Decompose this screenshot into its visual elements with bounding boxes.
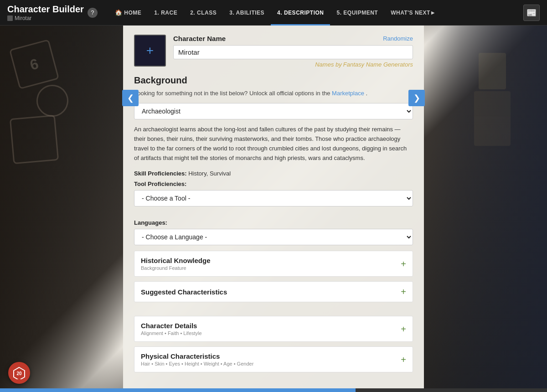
help-button[interactable]: ? [88, 8, 98, 18]
app-subtitle: Mirotar [7, 15, 84, 21]
character-details-section: Character Details Alignment • Faith • Li… [134, 316, 413, 342]
character-details-title: Character Details [141, 322, 202, 330]
marketplace-link[interactable]: Marketplace [332, 90, 364, 97]
skill-proficiencies-row: Skill Proficiencies: History, Survival [134, 170, 413, 177]
historical-knowledge-subtitle: Background Feature [141, 265, 211, 271]
app-title: Character Builder [7, 4, 84, 14]
nav-whatsnext[interactable]: WHAT'S NEXT ▶ [384, 0, 441, 26]
tool-select-wrap: - Choose a Tool - Cartographer's Tools N… [134, 190, 413, 212]
character-details-subtitle: Alignment • Faith • Lifestyle [141, 330, 202, 336]
skill-proficiencies-value: History, Survival [188, 170, 231, 177]
d20-icon: 20 [13, 366, 26, 379]
background-section: Background Looking for something not in … [123, 75, 424, 251]
main-content: + Character Name Randomize Names by Fant… [0, 26, 547, 392]
name-header: Character Name Randomize [173, 35, 413, 42]
historical-knowledge-section: Historical Knowledge Background Feature … [134, 251, 413, 277]
suggested-characteristics-text: Suggested Characteristics [141, 288, 227, 296]
news-button[interactable]: 📰 [523, 5, 540, 21]
physical-characteristics-subtitle: Hair • Skin • Eyes • Height • Weight • A… [141, 361, 253, 366]
historical-knowledge-text: Historical Knowledge Background Feature [141, 257, 211, 271]
suggested-characteristics-header[interactable]: Suggested Characteristics + [134, 282, 413, 302]
nav-race[interactable]: 1. RACE [148, 0, 184, 26]
names-by: Names by Fantasy Name Generators [173, 61, 413, 68]
physical-characteristics-expand-icon: + [401, 355, 406, 364]
nav-equipment[interactable]: 5. EQUIPMENT [330, 0, 384, 26]
physical-characteristics-section: Physical Characteristics Hair • Skin • E… [134, 346, 413, 372]
character-details-header[interactable]: Character Details Alignment • Faith • Li… [134, 316, 413, 341]
historical-knowledge-expand-icon: + [401, 259, 406, 268]
physical-characteristics-title: Physical Characteristics [141, 352, 253, 360]
header-right: 📰 [516, 5, 547, 21]
background-section-wrap: ❮ ❯ Background Looking for something not… [123, 75, 424, 251]
nav-description[interactable]: 4. DESCRIPTION [271, 0, 330, 26]
whatsnext-arrow-icon: ▶ [431, 10, 435, 15]
content-panel: + Character Name Randomize Names by Fant… [123, 26, 424, 392]
home-icon: 🏠 [115, 9, 123, 16]
name-fields: Character Name Randomize Names by Fantas… [173, 35, 413, 68]
svg-text:20: 20 [16, 371, 22, 376]
brand-area: Character Builder Mirotar ? [0, 4, 105, 21]
progress-bar-wrap [0, 388, 547, 392]
nav-class[interactable]: 2. CLASS [184, 0, 223, 26]
suggested-characteristics-expand-icon: + [401, 287, 406, 296]
avatar[interactable]: + [134, 35, 166, 67]
main-nav: 🏠 HOME 1. RACE 2. CLASS 3. ABILITIES 4. … [105, 0, 516, 26]
background-next-button[interactable]: ❯ [408, 90, 425, 106]
app-header: Character Builder Mirotar ? 🏠 HOME 1. RA… [0, 0, 547, 26]
char-icon [7, 15, 13, 21]
physical-characteristics-text: Physical Characteristics Hair • Skin • E… [141, 352, 253, 366]
character-details-expand-icon: + [401, 325, 406, 334]
background-select[interactable]: Archaeologist Acolyte Charlatan Criminal… [134, 103, 413, 119]
suggested-characteristics-title: Suggested Characteristics [141, 288, 227, 296]
nav-home[interactable]: 🏠 HOME [108, 0, 148, 26]
background-prev-button[interactable]: ❮ [122, 90, 139, 106]
marketplace-note: Looking for something not in the list be… [134, 89, 413, 98]
character-details-text: Character Details Alignment • Faith • Li… [141, 322, 202, 336]
tool-proficiencies-label: Tool Proficiencies: [134, 181, 413, 187]
skill-proficiencies-label: Skill Proficiencies: [134, 170, 187, 177]
languages-label: Languages: [134, 219, 413, 226]
d20-button[interactable]: 20 [8, 362, 30, 384]
background-title: Background [134, 75, 413, 86]
randomize-button[interactable]: Randomize [383, 35, 413, 42]
character-name-input[interactable] [173, 45, 413, 59]
character-name-label: Character Name [173, 35, 226, 42]
suggested-characteristics-section: Suggested Characteristics + [134, 281, 413, 302]
bottom-bar [0, 388, 547, 392]
news-icon: 📰 [526, 8, 537, 18]
character-name-section: + Character Name Randomize Names by Fant… [123, 26, 424, 75]
historical-knowledge-header[interactable]: Historical Knowledge Background Feature … [134, 251, 413, 276]
language-select[interactable]: - Choose a Language - Common Dwarvish El… [134, 229, 413, 245]
background-description: An archaeologist learns about the long-l… [134, 125, 413, 163]
physical-characteristics-header[interactable]: Physical Characteristics Hair • Skin • E… [134, 347, 413, 372]
progress-bar-fill [0, 388, 356, 392]
historical-knowledge-title: Historical Knowledge [141, 257, 211, 264]
avatar-plus-icon: + [146, 43, 154, 58]
nav-abilities[interactable]: 3. ABILITIES [223, 0, 271, 26]
spacer [123, 307, 424, 316]
tool-select[interactable]: - Choose a Tool - Cartographer's Tools N… [134, 190, 413, 206]
